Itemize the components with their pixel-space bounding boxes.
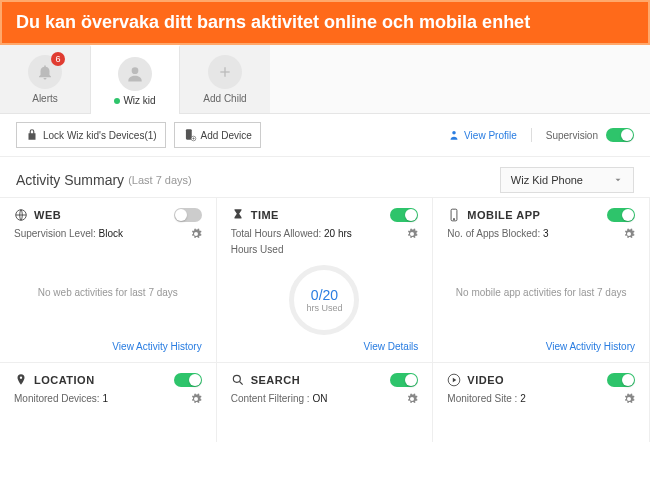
plus-icon — [208, 55, 242, 89]
gear-icon[interactable] — [406, 393, 418, 405]
card-location-title: LOCATION — [34, 374, 168, 386]
card-search-title: SEARCH — [251, 374, 385, 386]
phone-icon — [447, 208, 461, 222]
tab-add-child[interactable]: Add Child — [180, 45, 270, 113]
video-toggle[interactable] — [607, 373, 635, 387]
summary-header: Activity Summary (Last 7 days) Wiz Kid P… — [0, 157, 650, 197]
supervision-label: Supervision — [546, 130, 598, 141]
device-plus-icon — [183, 128, 197, 142]
supervision-toggle[interactable] — [606, 128, 634, 142]
gear-icon[interactable] — [190, 393, 202, 405]
card-search: SEARCH Content Filtering : ON — [217, 362, 434, 442]
chevron-down-icon — [613, 175, 623, 185]
globe-icon — [14, 208, 28, 222]
gauge-value: 0/20 — [311, 287, 338, 303]
tab-alerts-label: Alerts — [0, 93, 90, 104]
summary-title: Activity Summary — [16, 172, 124, 188]
card-location: LOCATION Monitored Devices: 1 — [0, 362, 217, 442]
mobile-footer-link[interactable]: View Activity History — [447, 341, 635, 352]
card-time: TIME Total Hours Allowed: 20 hrs Hours U… — [217, 197, 434, 362]
card-mobile-title: MOBILE APP — [467, 209, 601, 221]
card-video-title: VIDEO — [467, 374, 601, 386]
banner: Du kan övervaka ditt barns aktivitet onl… — [0, 0, 650, 45]
time-footer-link[interactable]: View Details — [231, 341, 419, 352]
alerts-badge: 6 — [51, 52, 65, 66]
mobile-empty: No mobile app activities for last 7 days — [447, 264, 635, 321]
summary-sub: (Last 7 days) — [128, 174, 192, 186]
tabs: 6 Alerts Wiz kid Add Child — [0, 45, 650, 114]
tab-child-label: Wiz kid — [91, 95, 179, 106]
gear-icon[interactable] — [623, 228, 635, 240]
avatar-icon — [118, 57, 152, 91]
gear-icon[interactable] — [190, 228, 202, 240]
tab-child[interactable]: Wiz kid — [90, 45, 180, 114]
svg-point-6 — [454, 219, 455, 220]
play-icon — [447, 373, 461, 387]
bell-icon: 6 — [28, 55, 62, 89]
lock-devices-button[interactable]: Lock Wiz kid's Devices(1) — [16, 122, 166, 148]
svg-rect-1 — [186, 129, 192, 140]
time-gauge: 0/20 hrs Used — [289, 265, 359, 335]
gauge-label: hrs Used — [306, 303, 342, 313]
card-time-title: TIME — [251, 209, 385, 221]
time-toggle[interactable] — [390, 208, 418, 222]
search-toggle[interactable] — [390, 373, 418, 387]
lock-icon — [25, 128, 39, 142]
time-sub: Total Hours Allowed: 20 hrs — [231, 228, 419, 240]
svg-point-3 — [452, 131, 456, 135]
online-status-icon — [114, 98, 120, 104]
mobile-toggle[interactable] — [607, 208, 635, 222]
hourglass-icon — [231, 208, 245, 222]
search-icon — [231, 373, 245, 387]
svg-point-7 — [233, 375, 240, 382]
card-video: VIDEO Monitored Site : 2 — [433, 362, 650, 442]
location-toggle[interactable] — [174, 373, 202, 387]
add-device-button[interactable]: Add Device — [174, 122, 261, 148]
card-mobile: MOBILE APP No. of Apps Blocked: 3 No mob… — [433, 197, 650, 362]
gear-icon[interactable] — [623, 393, 635, 405]
location-sub: Monitored Devices: 1 — [14, 393, 202, 405]
search-sub: Content Filtering : ON — [231, 393, 419, 405]
card-web-title: WEB — [34, 209, 168, 221]
time-sub2: Hours Used — [231, 244, 419, 255]
user-icon — [447, 128, 461, 142]
banner-text: Du kan övervaka ditt barns aktivitet onl… — [16, 12, 530, 32]
video-sub: Monitored Site : 2 — [447, 393, 635, 405]
tab-alerts[interactable]: 6 Alerts — [0, 45, 90, 113]
pin-icon — [14, 373, 28, 387]
web-footer-link[interactable]: View Activity History — [14, 341, 202, 352]
gear-icon[interactable] — [406, 228, 418, 240]
cards-grid: WEB Supervision Level: Block No web acti… — [0, 197, 650, 442]
toolbar: Lock Wiz kid's Devices(1) Add Device Vie… — [0, 114, 650, 157]
card-web: WEB Supervision Level: Block No web acti… — [0, 197, 217, 362]
web-toggle[interactable] — [174, 208, 202, 222]
web-empty: No web activities for last 7 days — [14, 264, 202, 321]
mobile-sub: No. of Apps Blocked: 3 — [447, 228, 635, 240]
web-sub: Supervision Level: Block — [14, 228, 202, 240]
tab-add-label: Add Child — [180, 93, 270, 104]
svg-point-0 — [132, 67, 139, 74]
view-profile-link[interactable]: View Profile — [447, 128, 517, 142]
device-select[interactable]: Wiz Kid Phone — [500, 167, 634, 193]
